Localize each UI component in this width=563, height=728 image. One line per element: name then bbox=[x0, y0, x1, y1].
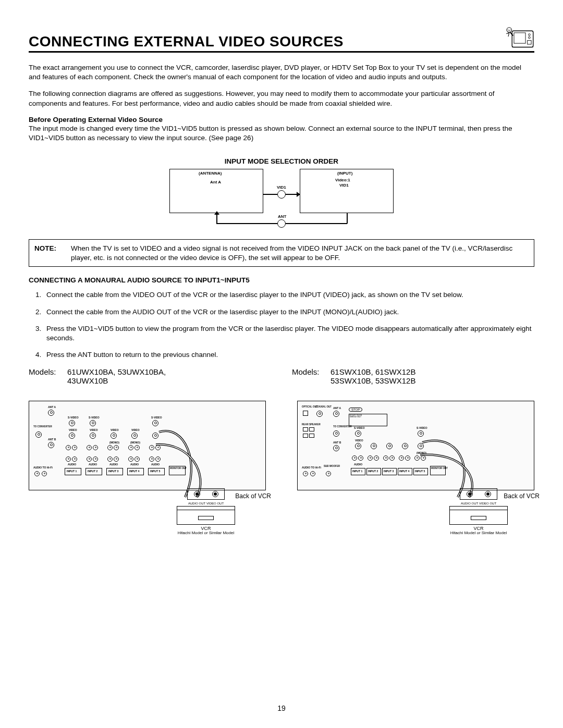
back-panel-right: OPTICAL OUT COAXIAL OUT ANT A STOP DO NO… bbox=[297, 401, 534, 490]
svg-rect-4 bbox=[528, 41, 531, 44]
antenna-header: (ANTENNA) bbox=[199, 171, 222, 176]
step-3: Press the VID1~VID5 button to view the p… bbox=[43, 324, 534, 343]
tv-mascot-icon bbox=[505, 26, 534, 50]
before-operating-heading: Before Operating External Video Source bbox=[29, 116, 534, 124]
step-1: Connect the cable from the VIDEO OUT of … bbox=[43, 290, 534, 300]
vcr-subcaption-right: Hitachi Model or Similar Model bbox=[445, 531, 512, 536]
back-panel-left: ANT A TO CONVERTER ANT B AUDIO TO Hi-Fi … bbox=[29, 401, 266, 490]
svg-line-9 bbox=[510, 32, 513, 35]
svg-point-7 bbox=[508, 29, 508, 30]
intro-paragraph-2: The following connection diagrams are of… bbox=[29, 89, 534, 108]
vcr-plugs-left bbox=[187, 488, 225, 500]
svg-point-2 bbox=[529, 34, 531, 36]
intro-paragraph-1: The exact arrangement you use to connect… bbox=[29, 63, 534, 82]
ant-node-label: ANT bbox=[278, 214, 286, 219]
vcr-subcaption-left: Hitachi Model or Similar Model bbox=[172, 531, 240, 536]
step-2: Connect the cable from the AUDIO OUT of … bbox=[43, 307, 534, 317]
models-label-left: Models: bbox=[29, 367, 61, 385]
page-number: 19 bbox=[0, 704, 563, 712]
vcr-label-left: VCR bbox=[172, 526, 240, 531]
input-mode-title: INPUT MODE SELECTION ORDER bbox=[29, 157, 534, 165]
vid1-node-label: VID1 bbox=[277, 185, 286, 190]
before-operating-text: The input mode is changed every time the… bbox=[29, 124, 534, 143]
connection-steps: Connect the cable from the VIDEO OUT of … bbox=[29, 290, 534, 360]
input-mode-diagram: (ANTENNA) Ant A (INPUT) Video:1 VID1 VID… bbox=[169, 166, 394, 229]
models-left: 61UWX10BA, 53UWX10BA, 43UWX10B bbox=[67, 367, 192, 385]
vcr-box-left bbox=[177, 506, 235, 525]
svg-point-8 bbox=[510, 29, 510, 30]
step-4: Press the ANT button to return to the pr… bbox=[43, 350, 534, 360]
ant-a-label: Ant A bbox=[210, 180, 221, 184]
back-of-vcr-left: Back of VCR bbox=[235, 492, 271, 500]
vid1-label: VID1 bbox=[339, 183, 349, 188]
models-right: 61SWX10B, 61SWX12B 53SWX10B, 53SWX12B bbox=[331, 367, 456, 385]
mono-heading: CONNECTING A MONAURAL AUDIO SOURCE TO IN… bbox=[29, 276, 534, 284]
note-text: When the TV is set to VIDEO and a video … bbox=[71, 244, 529, 262]
video1-label: Video:1 bbox=[335, 178, 350, 182]
vcr-box-right bbox=[449, 506, 508, 525]
vcr-label-right: VCR bbox=[445, 526, 512, 531]
svg-rect-1 bbox=[514, 33, 525, 43]
page-title: CONNECTING EXTERNAL VIDEO SOURCES bbox=[29, 33, 344, 50]
vcr-plugs-right bbox=[460, 488, 497, 500]
models-label-right: Models: bbox=[292, 367, 324, 385]
svg-point-3 bbox=[529, 36, 531, 39]
svg-rect-0 bbox=[512, 31, 533, 47]
svg-point-6 bbox=[507, 28, 511, 32]
input-header: (INPUT) bbox=[337, 171, 352, 176]
note-box: NOTE: When the TV is set to VIDEO and a … bbox=[29, 239, 534, 267]
note-label: NOTE: bbox=[34, 244, 71, 262]
